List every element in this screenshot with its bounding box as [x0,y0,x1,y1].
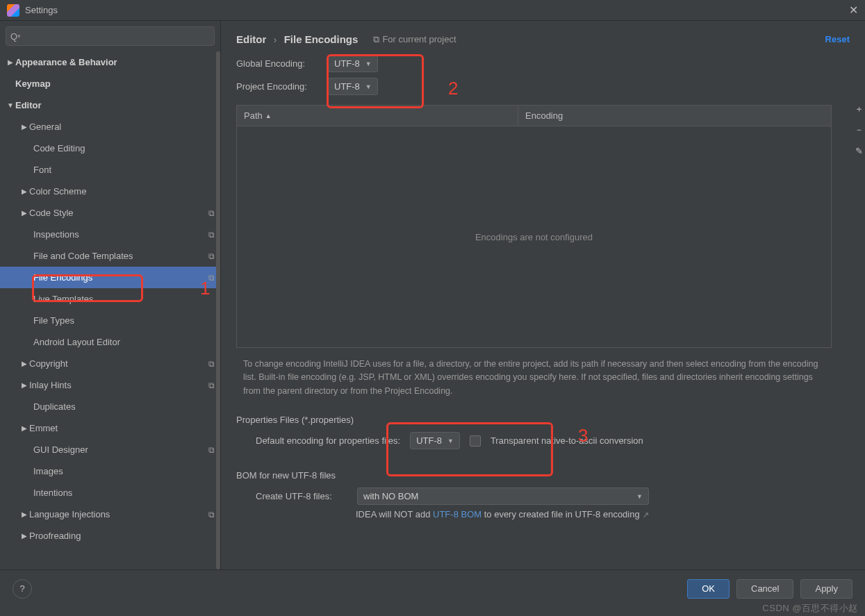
for-current-project-label: ⧉ For current project [373,34,456,45]
ok-button[interactable]: OK [687,579,730,599]
search-icon: Q [10,31,17,42]
table-empty-text: Encodings are not configured [237,126,831,347]
app-icon [7,4,19,17]
sidebar-item[interactable]: ▶Language Injections⧉ [0,503,220,525]
sidebar-item[interactable]: Code Editing [0,138,220,159]
scheme-icon: ⧉ [208,445,215,455]
sidebar-item-label: GUI Designer [33,444,208,455]
sidebar-item-label: Code Editing [33,143,220,153]
sidebar-item-label: Emmet [29,423,220,433]
reset-link[interactable]: Reset [825,34,850,44]
settings-tree: ▶Appearance & BehaviorKeymap▼Editor▶Gene… [0,51,220,569]
transparent-ascii-checkbox[interactable] [470,435,481,447]
expand-arrow-icon: ▶ [19,424,29,432]
edit-icon[interactable]: ✎ [852,144,865,158]
sidebar-item-label: Inlay Hints [29,380,208,390]
expand-arrow-icon: ▼ [6,101,15,109]
expand-arrow-icon: ▶ [19,381,29,389]
sidebar-item[interactable]: ▶Emmet [0,417,220,439]
sidebar-item[interactable]: Font [0,159,220,181]
global-encoding-dropdown[interactable]: UTF-8▼ [328,55,378,72]
watermark: CSDN @百思不得小赵 [762,602,858,615]
utf8-bom-link[interactable]: UTF-8 BOM [433,509,481,519]
scheme-icon: ⧉ [208,251,215,261]
chevron-down-icon: ▼ [365,60,372,67]
expand-arrow-icon: ▶ [6,58,15,66]
breadcrumb: Editor › File Encodings [236,33,358,45]
dialog-footer: ? OK Cancel Apply [0,569,865,607]
expand-arrow-icon: ▶ [19,360,29,367]
sidebar-item-label: Color Scheme [29,186,220,197]
sidebar-item[interactable]: Android Layout Editor [0,331,220,353]
breadcrumb-leaf: File Encodings [284,33,359,45]
sidebar-item[interactable]: File and Code Templates⧉ [0,245,220,267]
sidebar-item[interactable]: File Encodings⧉ [0,267,220,288]
sidebar-item-label: Language Injections [29,509,208,519]
chevron-down-icon: ▾ [17,33,21,40]
project-encoding-label: Project Encoding: [236,81,328,92]
sidebar-item-label: Live Templates [33,294,220,304]
sidebar-item[interactable]: File Types [0,310,220,331]
content-pane: Editor › File Encodings ⧉ For current pr… [221,21,865,569]
sidebar-item[interactable]: ▶Copyright⧉ [0,353,220,374]
add-icon[interactable]: ＋ [852,102,865,116]
sidebar-item[interactable]: Images [0,460,220,482]
expand-arrow-icon: ▶ [19,510,29,518]
sidebar-item[interactable]: ▶Inlay Hints⧉ [0,374,220,396]
chevron-down-icon: ▼ [447,438,454,444]
bom-note: IDEA will NOT add UTF-8 BOM to every cre… [236,509,850,519]
expand-arrow-icon: ▶ [19,209,29,217]
transparent-ascii-label: Transparent native-to-ascii conversion [491,435,643,446]
sidebar-item[interactable]: Intentions [0,482,220,503]
close-icon[interactable]: ✕ [849,3,858,17]
sidebar-item-label: Appearance & Behavior [15,57,220,67]
sidebar-item-label: File Types [33,315,220,326]
sort-asc-icon: ▲ [265,113,272,119]
sidebar-item-label: Intentions [33,488,220,498]
sidebar-item[interactable]: Keymap [0,73,220,94]
encodings-table: Path▲ Encoding Encodings are not configu… [236,105,832,348]
sidebar-item[interactable]: ▶Proofreading [0,525,220,547]
create-utf8-dropdown[interactable]: with NO BOM▼ [357,488,649,505]
scheme-icon: ⧉ [373,34,379,45]
sidebar: Q ▾ ▶Appearance & BehaviorKeymap▼Editor▶… [0,21,221,569]
scheme-icon: ⧉ [208,381,215,390]
scrollbar[interactable] [216,51,220,569]
project-encoding-dropdown[interactable]: UTF-8▼ [328,78,378,95]
breadcrumb-root: Editor [236,33,266,45]
sidebar-item-label: Inspections [33,229,208,240]
chevron-down-icon: ▼ [365,83,372,90]
expand-arrow-icon: ▶ [19,188,29,195]
cancel-button[interactable]: Cancel [736,579,793,599]
help-button[interactable]: ? [13,579,32,599]
help-text: To change encoding IntelliJ IDEA uses fo… [236,358,850,398]
search-input[interactable]: Q ▾ [6,26,215,46]
sidebar-item-label: Proofreading [29,531,220,541]
sidebar-item[interactable]: ▶Code Style⧉ [0,202,220,224]
sidebar-item[interactable]: ▼Editor [0,94,220,116]
properties-default-label: Default encoding for properties files: [256,435,400,446]
sidebar-item-label: Android Layout Editor [33,337,220,347]
create-utf8-label: Create UTF-8 files: [256,491,347,501]
sidebar-item-label: File Encodings [33,272,208,283]
expand-arrow-icon: ▶ [19,532,29,540]
sidebar-item[interactable]: ▶Appearance & Behavior [0,51,220,73]
encoding-column-header[interactable]: Encoding [518,106,831,126]
sidebar-item[interactable]: Duplicates [0,396,220,417]
external-link-icon: ↗ [643,510,649,519]
scheme-icon: ⧉ [208,510,215,519]
remove-icon[interactable]: － [852,123,865,137]
global-encoding-label: Global Encoding: [236,58,328,69]
titlebar: Settings ✕ [0,0,865,21]
sidebar-item-label: Keymap [15,78,220,89]
sidebar-item[interactable]: ▶General [0,116,220,138]
sidebar-item[interactable]: ▶Color Scheme [0,181,220,202]
sidebar-item-label: Duplicates [33,401,220,412]
sidebar-item[interactable]: Inspections⧉ [0,224,220,245]
sidebar-item[interactable]: GUI Designer⧉ [0,439,220,460]
sidebar-item-label: General [29,122,220,132]
apply-button[interactable]: Apply [800,579,852,599]
path-column-header[interactable]: Path▲ [237,106,518,126]
properties-encoding-dropdown[interactable]: UTF-8▼ [410,432,460,449]
sidebar-item[interactable]: Live Templates [0,288,220,310]
